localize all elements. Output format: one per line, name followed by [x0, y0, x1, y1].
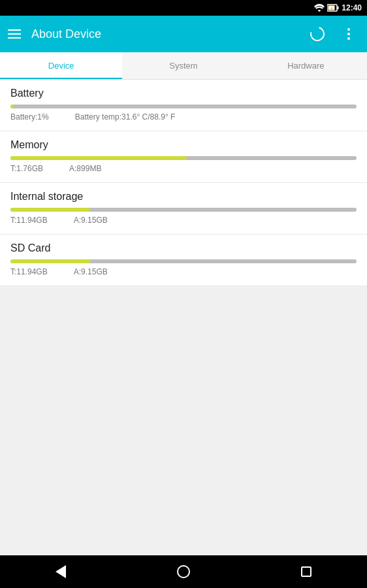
status-time: 12:40 [342, 3, 362, 12]
memory-title: Memory [10, 139, 357, 151]
battery-temp: Battery temp:31.6° C/88.9° F [75, 112, 176, 122]
tab-bar: Device System Hardware [0, 52, 367, 80]
internal-storage-title: Internal storage [10, 191, 357, 203]
sd-card-available: A:9.15GB [74, 267, 108, 276]
status-bar: ⚡ 12:40 [0, 0, 367, 16]
refresh-button[interactable] [307, 24, 328, 44]
battery-title: Battery [10, 88, 357, 99]
battery-section: Battery Battery:1% Battery temp:31.6° C/… [0, 80, 367, 131]
battery-progress-bar [10, 105, 357, 108]
wifi-icon [314, 4, 325, 12]
internal-storage-available: A:9.15GB [74, 216, 108, 225]
more-vertical-icon [347, 28, 350, 40]
internal-storage-progress-bar [10, 208, 357, 212]
tab-system[interactable]: System [122, 52, 244, 79]
more-button[interactable] [338, 24, 359, 44]
battery-stats: Battery:1% Battery temp:31.6° C/88.9° F [10, 112, 357, 122]
tab-hardware[interactable]: Hardware [245, 52, 367, 79]
memory-progress-bar [10, 156, 357, 160]
memory-total: T:1.76GB [10, 164, 43, 173]
nav-recent-button[interactable] [301, 566, 311, 577]
content-area: Battery Battery:1% Battery temp:31.6° C/… [0, 80, 367, 286]
sd-card-total: T:11.94GB [10, 267, 48, 276]
battery-progress-fill [10, 105, 14, 108]
status-icons: ⚡ 12:40 [314, 3, 362, 12]
app-bar: About Device [0, 16, 367, 52]
internal-storage-progress-fill [10, 208, 90, 212]
svg-rect-1 [338, 7, 339, 10]
battery-icon: ⚡ [327, 4, 339, 12]
internal-storage-section: Internal storage T:11.94GB A:9.15GB [0, 183, 367, 235]
menu-button[interactable] [8, 29, 21, 39]
memory-available: A:899MB [69, 164, 101, 173]
nav-home-button[interactable] [177, 565, 190, 578]
sd-card-progress-fill [10, 259, 90, 263]
internal-storage-stats: T:11.94GB A:9.15GB [10, 216, 357, 225]
sd-card-section: SD Card T:11.94GB A:9.15GB [0, 235, 367, 286]
memory-section: Memory T:1.76GB A:899MB [0, 131, 367, 183]
internal-storage-total: T:11.94GB [10, 216, 48, 225]
memory-stats: T:1.76GB A:899MB [10, 164, 357, 173]
sd-card-title: SD Card [10, 242, 357, 254]
refresh-icon [308, 24, 327, 44]
svg-text:⚡: ⚡ [329, 6, 334, 11]
nav-back-button[interactable] [56, 565, 66, 578]
bottom-nav [0, 555, 367, 588]
battery-percentage: Battery:1% [10, 112, 49, 122]
sd-card-stats: T:11.94GB A:9.15GB [10, 267, 357, 276]
memory-progress-fill [10, 156, 187, 160]
app-bar-title: About Device [31, 27, 296, 41]
sd-card-progress-bar [10, 259, 357, 263]
tab-device[interactable]: Device [0, 52, 122, 79]
